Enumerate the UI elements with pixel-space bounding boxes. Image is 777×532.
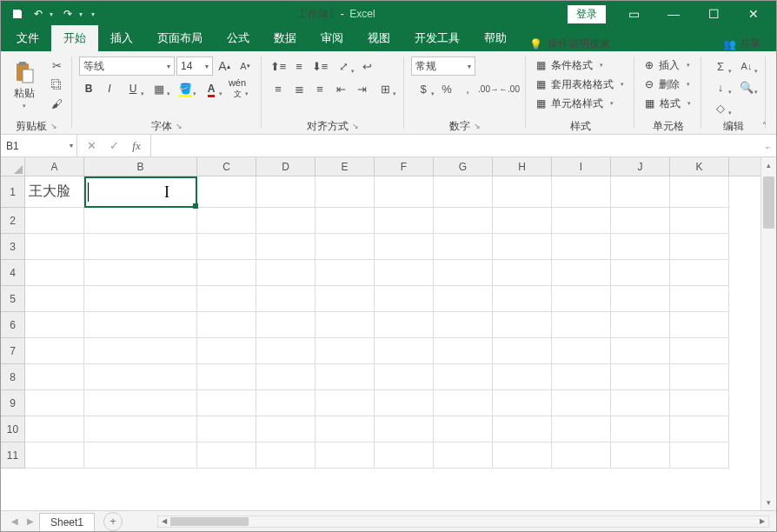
cell[interactable] — [611, 442, 670, 469]
cell[interactable] — [493, 176, 552, 208]
cell[interactable] — [197, 176, 256, 208]
align-center-icon[interactable]: ≣ — [289, 79, 309, 98]
cell[interactable] — [197, 364, 256, 390]
cell[interactable] — [611, 260, 670, 286]
cell[interactable] — [84, 442, 197, 469]
cell[interactable] — [434, 390, 493, 416]
scroll-down-icon[interactable]: ▾ — [761, 495, 776, 510]
cell[interactable] — [611, 416, 670, 442]
bold-button[interactable]: B — [79, 79, 98, 98]
cell[interactable] — [552, 234, 611, 260]
row-header[interactable]: 9 — [1, 390, 25, 416]
format-cells-button[interactable]: ▦格式▾ — [641, 95, 694, 112]
cell[interactable] — [84, 286, 197, 312]
align-left-icon[interactable]: ≡ — [269, 79, 288, 98]
cell[interactable] — [611, 234, 670, 260]
cell[interactable] — [197, 234, 256, 260]
clear-icon[interactable]: ◇ — [708, 98, 733, 117]
cell[interactable] — [670, 312, 729, 338]
share-button[interactable]: 👥共享 — [711, 37, 773, 51]
cell[interactable] — [256, 364, 315, 390]
undo-icon[interactable]: ↶ — [29, 4, 48, 23]
row-header[interactable]: 6 — [1, 312, 25, 338]
cell[interactable] — [375, 312, 434, 338]
cell[interactable] — [375, 416, 434, 442]
cell[interactable] — [493, 416, 552, 442]
cell[interactable] — [670, 234, 729, 260]
column-header[interactable]: J — [611, 157, 670, 176]
tab-insert[interactable]: 插入 — [98, 25, 145, 51]
font-size-select[interactable]: 14▾ — [176, 57, 213, 76]
cell[interactable] — [25, 312, 84, 338]
cell[interactable] — [493, 260, 552, 286]
align-right-icon[interactable]: ≡ — [310, 79, 329, 98]
redo-dropdown[interactable]: ▾ — [79, 10, 86, 18]
tab-page-layout[interactable]: 页面布局 — [145, 25, 215, 51]
cell[interactable] — [611, 208, 670, 234]
name-box-input[interactable] — [1, 140, 60, 152]
cell[interactable] — [434, 208, 493, 234]
clipboard-dialog-icon[interactable]: ↘ — [50, 122, 57, 130]
cell[interactable] — [434, 286, 493, 312]
cell[interactable] — [197, 312, 256, 338]
row-header[interactable]: 7 — [1, 338, 25, 364]
close-icon[interactable]: ✕ — [734, 1, 773, 27]
tab-data[interactable]: 数据 — [262, 25, 309, 51]
cell[interactable] — [256, 390, 315, 416]
sheet-tab[interactable]: Sheet1 — [39, 513, 95, 532]
cell[interactable] — [315, 390, 375, 416]
sheet-nav-prev-icon[interactable]: ◀ — [8, 516, 22, 526]
cell[interactable] — [552, 442, 611, 469]
wrap-text-icon[interactable]: ↩ — [357, 57, 376, 76]
cell[interactable] — [197, 416, 256, 442]
cell-styles-button[interactable]: ▦单元格样式▾ — [533, 95, 628, 112]
column-header[interactable]: E — [315, 157, 375, 176]
row-header[interactable]: 5 — [1, 286, 25, 312]
cell[interactable] — [315, 442, 375, 469]
column-header[interactable]: H — [493, 157, 552, 176]
name-box[interactable]: ▾ — [1, 135, 77, 156]
cell[interactable] — [197, 208, 256, 234]
cell[interactable] — [434, 364, 493, 390]
row-header[interactable]: 11 — [1, 442, 25, 469]
cell[interactable] — [375, 390, 434, 416]
decrease-decimal-icon[interactable]: ←.00 — [500, 79, 519, 98]
cell[interactable] — [25, 338, 84, 364]
cell[interactable] — [552, 208, 611, 234]
cell[interactable] — [552, 338, 611, 364]
cell[interactable] — [256, 416, 315, 442]
cell[interactable] — [375, 286, 434, 312]
cell[interactable] — [84, 176, 197, 208]
increase-indent-icon[interactable]: ⇥ — [352, 79, 371, 98]
increase-decimal-icon[interactable]: .00→ — [479, 79, 498, 98]
cell[interactable] — [493, 312, 552, 338]
cell[interactable] — [25, 286, 84, 312]
decrease-font-icon[interactable]: A▾ — [236, 57, 255, 76]
formula-input[interactable] — [151, 135, 759, 156]
cell[interactable] — [611, 390, 670, 416]
cell[interactable] — [256, 176, 315, 208]
save-icon[interactable] — [8, 4, 27, 23]
column-header[interactable]: D — [256, 157, 315, 176]
cell[interactable] — [315, 176, 375, 208]
qat-customize-dropdown[interactable]: ▾ — [91, 10, 98, 18]
cell[interactable] — [315, 338, 375, 364]
font-dialog-icon[interactable]: ↘ — [176, 122, 183, 130]
cell[interactable] — [84, 208, 197, 234]
collapse-ribbon-icon[interactable]: ˄ — [757, 118, 771, 132]
autosum-icon[interactable]: Σ — [708, 57, 733, 76]
decrease-indent-icon[interactable]: ⇤ — [331, 79, 350, 98]
redo-icon[interactable]: ↷ — [58, 4, 77, 23]
horizontal-scrollbar[interactable]: ◀ ▶ — [157, 515, 769, 528]
cell[interactable] — [84, 260, 197, 286]
minimize-icon[interactable]: — — [654, 1, 693, 27]
italic-button[interactable]: I — [100, 79, 119, 98]
cell[interactable] — [493, 442, 552, 469]
column-header[interactable]: G — [434, 157, 493, 176]
cell[interactable] — [315, 312, 375, 338]
cut-icon[interactable]: ✂ — [46, 57, 67, 74]
row-header[interactable]: 1 — [1, 176, 25, 208]
tell-me-search[interactable]: 💡操作说明搜索 — [519, 37, 621, 51]
cell[interactable] — [84, 338, 197, 364]
row-header[interactable]: 8 — [1, 364, 25, 390]
